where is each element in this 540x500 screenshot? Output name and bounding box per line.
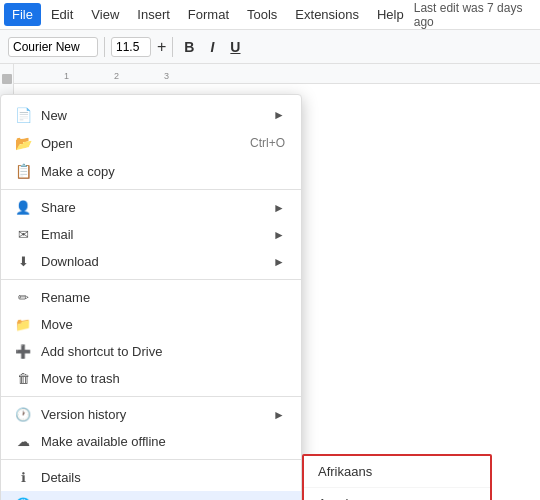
email-icon: ✉	[13, 227, 33, 242]
rename-label: Rename	[41, 290, 285, 305]
menu-extensions[interactable]: Extensions	[287, 3, 367, 26]
menu-format[interactable]: Format	[180, 3, 237, 26]
language-submenu: Afrikaans Azərbaycan Bahasa Indonesia Ba…	[302, 454, 492, 500]
trash-icon: 🗑	[13, 371, 33, 386]
new-arrow: ►	[273, 108, 285, 122]
last-edit-label: Last edit was 7 days ago	[414, 1, 536, 29]
copy-icon: 📋	[13, 163, 33, 179]
menu-item-trash[interactable]: 🗑 Move to trash	[1, 365, 301, 392]
divider-4	[1, 459, 301, 460]
copy-label: Make a copy	[41, 164, 285, 179]
shortcut-icon: ➕	[13, 344, 33, 359]
new-label: New	[41, 108, 273, 123]
email-arrow: ►	[273, 228, 285, 242]
menu-insert[interactable]: Insert	[129, 3, 178, 26]
menu-item-language[interactable]: 🌐 Language ►	[1, 491, 301, 500]
new-icon: 📄	[13, 107, 33, 123]
menu-item-version-history[interactable]: 🕐 Version history ►	[1, 401, 301, 428]
email-label: Email	[41, 227, 273, 242]
bold-button[interactable]: B	[179, 37, 199, 57]
menu-item-open[interactable]: 📂 Open Ctrl+O	[1, 129, 301, 157]
lang-azerbaijani[interactable]: Azərbaycan	[304, 488, 490, 500]
divider-3	[1, 396, 301, 397]
details-label: Details	[41, 470, 285, 485]
download-label: Download	[41, 254, 273, 269]
toolbar-separator-2	[172, 37, 173, 57]
details-icon: ℹ	[13, 470, 33, 485]
menu-edit[interactable]: Edit	[43, 3, 81, 26]
version-icon: 🕐	[13, 407, 33, 422]
open-label: Open	[41, 136, 230, 151]
open-shortcut: Ctrl+O	[250, 136, 285, 150]
offline-label: Make available offline	[41, 434, 285, 449]
move-label: Move	[41, 317, 285, 332]
version-history-label: Version history	[41, 407, 273, 422]
download-arrow: ►	[273, 255, 285, 269]
menu-tools[interactable]: Tools	[239, 3, 285, 26]
menu-item-new[interactable]: 📄 New ►	[1, 101, 301, 129]
rename-icon: ✏	[13, 290, 33, 305]
share-icon: 👤	[13, 200, 33, 215]
file-dropdown-menu: 📄 New ► 📂 Open Ctrl+O 📋 Make a copy 👤 Sh…	[0, 94, 302, 500]
ruler-tick-1: 1	[64, 71, 69, 81]
shortcut-label: Add shortcut to Drive	[41, 344, 285, 359]
divider-1	[1, 189, 301, 190]
menu-item-download[interactable]: ⬇ Download ►	[1, 248, 301, 275]
ruler-tick-3: 3	[164, 71, 169, 81]
download-icon: ⬇	[13, 254, 33, 269]
menu-item-share[interactable]: 👤 Share ►	[1, 194, 301, 221]
divider-2	[1, 279, 301, 280]
menu-item-offline[interactable]: ☁ Make available offline	[1, 428, 301, 455]
ruler: 1 2 3	[14, 64, 540, 84]
font-selector[interactable]: Courier New	[8, 37, 98, 57]
toolbar: Courier New 11.5 + B I U	[0, 30, 540, 64]
menu-bar: File Edit View Insert Format Tools Exten…	[0, 0, 540, 30]
italic-button[interactable]: I	[205, 37, 219, 57]
trash-label: Move to trash	[41, 371, 285, 386]
move-icon: 📁	[13, 317, 33, 332]
font-size-input[interactable]: 11.5	[111, 37, 151, 57]
menu-item-move[interactable]: 📁 Move	[1, 311, 301, 338]
share-label: Share	[41, 200, 273, 215]
sidebar-icon-1[interactable]	[2, 74, 12, 84]
offline-icon: ☁	[13, 434, 33, 449]
menu-file[interactable]: File	[4, 3, 41, 26]
font-size-increase[interactable]: +	[157, 38, 166, 56]
open-icon: 📂	[13, 135, 33, 151]
main-area: 1 2 3 :/f/s $TEMP$\*| 📄 New ► 📂 Open Ctr…	[0, 64, 540, 500]
menu-item-rename[interactable]: ✏ Rename	[1, 284, 301, 311]
version-arrow: ►	[273, 408, 285, 422]
underline-button[interactable]: U	[225, 37, 245, 57]
menu-item-email[interactable]: ✉ Email ►	[1, 221, 301, 248]
ruler-tick-2: 2	[114, 71, 119, 81]
menu-item-shortcut[interactable]: ➕ Add shortcut to Drive	[1, 338, 301, 365]
menu-item-copy[interactable]: 📋 Make a copy	[1, 157, 301, 185]
menu-help[interactable]: Help	[369, 3, 412, 26]
menu-view[interactable]: View	[83, 3, 127, 26]
toolbar-separator-1	[104, 37, 105, 57]
menu-item-details[interactable]: ℹ Details	[1, 464, 301, 491]
lang-afrikaans[interactable]: Afrikaans	[304, 456, 490, 488]
ruler-content: 1 2 3	[24, 64, 540, 83]
share-arrow: ►	[273, 201, 285, 215]
